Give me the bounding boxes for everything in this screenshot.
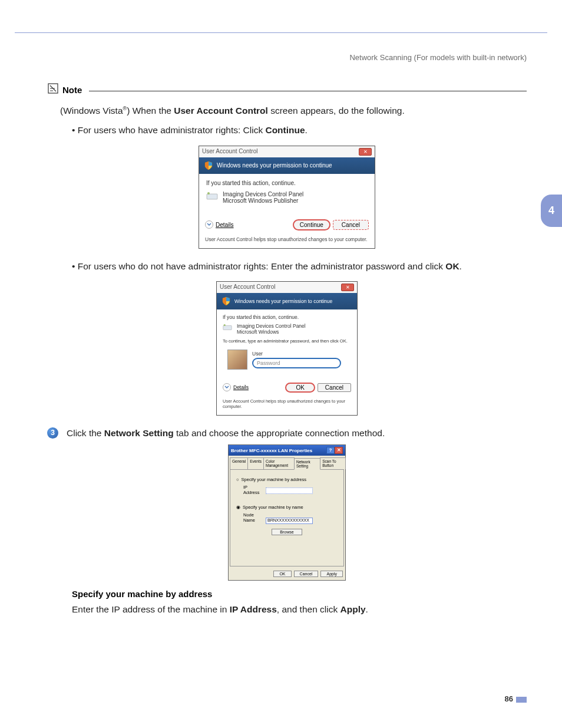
svg-rect-1 [207, 194, 217, 199]
uac-banner-text: Windows needs your permission to continu… [234, 298, 332, 304]
close-icon[interactable]: ✕ [341, 284, 354, 291]
uac-banner: Windows needs your permission to continu… [199, 157, 375, 174]
note-bullet-2: • For users who do not have administrato… [72, 259, 527, 273]
note-bullet-1: • For users who have administrator right… [72, 123, 527, 137]
uac-dialog-admin: User Account Control ✕ Windows needs you… [199, 146, 375, 249]
tab-scan-to-button[interactable]: Scan To Button [320, 457, 346, 469]
ok-button[interactable]: OK [285, 383, 315, 393]
apply-button[interactable]: Apply [320, 571, 343, 577]
tab-network-setting[interactable]: Network Setting [294, 458, 320, 470]
spec-line: Enter the IP address of the machine in I… [72, 602, 527, 616]
radio-by-address[interactable]: ○ [236, 477, 239, 482]
note-divider [89, 91, 527, 91]
radio-by-name-label: Specify your machine by name [243, 505, 303, 510]
page-top-rule [15, 32, 547, 33]
step-number-badge: 3 [47, 427, 58, 439]
cancel-button[interactable]: Cancel [294, 571, 319, 577]
app-icon [206, 192, 218, 201]
uac-app-name: Imaging Devices Control Panel [223, 191, 303, 197]
uac-intro: If you started this action, continue. [223, 314, 351, 320]
uac-intro: If you started this action, continue. [206, 180, 368, 186]
page-header: Network Scanning (For models with built-… [349, 53, 527, 62]
cancel-button[interactable]: Cancel [318, 383, 351, 392]
chevron-down-icon[interactable] [205, 220, 213, 229]
note-icon [47, 83, 59, 97]
tab-events[interactable]: Events [247, 457, 264, 469]
uac-banner: Windows needs your permission to continu… [217, 293, 357, 309]
close-icon[interactable]: ✕ [335, 447, 343, 454]
app-icon [223, 324, 232, 331]
user-avatar [227, 350, 247, 370]
chapter-tab: 4 [541, 195, 562, 227]
password-input[interactable]: Password [252, 358, 341, 368]
uac-titlebar: User Account Control ✕ [217, 282, 357, 293]
uac-app-name: Imaging Devices Control Panel [237, 323, 306, 329]
radio-by-address-label: Specify your machine by address [242, 477, 306, 482]
browse-button[interactable]: Browse [272, 529, 302, 535]
uac-banner-text: Windows needs your permission to continu… [217, 162, 332, 169]
properties-title: Brother MFC-xxxxxx LAN Properties [231, 448, 312, 453]
radio-by-name[interactable]: ◉ [236, 505, 240, 510]
uac-dialog-nonadmin: User Account Control ✕ Windows needs you… [216, 281, 358, 416]
close-icon[interactable]: ✕ [359, 148, 372, 156]
note-heading-row: Note [47, 83, 527, 97]
ok-button[interactable]: OK [273, 571, 291, 577]
svg-point-2 [207, 192, 210, 195]
note-label: Note [62, 85, 82, 95]
properties-titlebar: Brother MFC-xxxxxx LAN Properties ? ✕ [229, 445, 345, 456]
uac-title: User Account Control [220, 284, 276, 291]
uac-title: User Account Control [202, 148, 258, 156]
uac-footer: User Account Control helps stop unauthor… [199, 233, 375, 248]
uac-pw-instruct: To continue, type an administrator passw… [223, 338, 351, 344]
cancel-button[interactable]: Cancel [333, 220, 369, 230]
uac-titlebar: User Account Control ✕ [199, 146, 375, 157]
ip-address-input[interactable] [266, 487, 313, 494]
spec-heading: Specify your machine by address [72, 589, 527, 599]
note-body-line: (Windows Vista®) When the User Account C… [60, 104, 527, 117]
page-number: 86 [505, 694, 527, 703]
svg-rect-3 [223, 325, 232, 330]
uac-details-link[interactable]: Details [216, 222, 234, 228]
uac-app-publisher: Microsoft Windows Publisher [223, 197, 303, 204]
help-icon[interactable]: ? [326, 447, 335, 454]
step-3-row: 3 Click the Network Setting tab and choo… [47, 426, 527, 440]
properties-tabs: General Events Color Management Network … [229, 456, 345, 469]
node-name-label: Node Name [236, 512, 265, 523]
uac-details-link[interactable]: Details [233, 384, 249, 390]
user-label: User [252, 351, 351, 357]
node-name-input[interactable]: BRNXXXXXXXXXXXX [266, 518, 313, 524]
tab-color-management[interactable]: Color Management [263, 457, 295, 469]
properties-dialog: Brother MFC-xxxxxx LAN Properties ? ✕ Ge… [228, 444, 346, 581]
uac-app-publisher: Microsoft Windows [237, 329, 306, 335]
svg-point-4 [224, 324, 226, 326]
tab-general[interactable]: General [230, 457, 248, 469]
continue-button[interactable]: Continue [293, 219, 330, 230]
ip-address-label: IP Address [236, 485, 265, 495]
shield-icon [222, 297, 231, 306]
shield-icon [204, 161, 213, 170]
uac-footer: User Account Control helps stop unauthor… [217, 395, 357, 415]
chevron-down-icon[interactable] [223, 383, 231, 391]
